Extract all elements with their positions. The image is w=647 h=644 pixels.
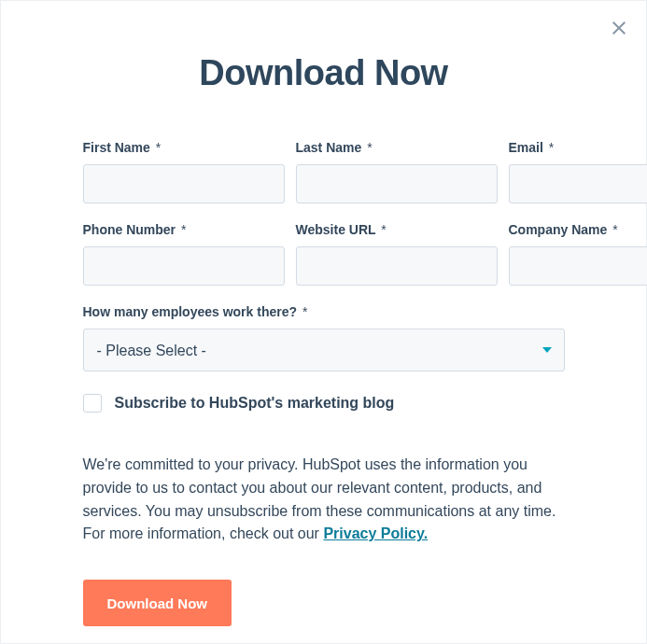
modal-title: Download Now <box>1 53 646 93</box>
required-asterisk: * <box>156 140 161 155</box>
phone-label: Phone Number * <box>83 222 285 237</box>
last-name-label: Last Name * <box>296 140 498 155</box>
employees-label: How many employees work there? * <box>83 304 565 319</box>
download-modal: Download Now First Name * Last Name * Em… <box>0 0 647 644</box>
required-asterisk: * <box>612 222 617 237</box>
download-form: First Name * Last Name * Email * <box>83 140 565 626</box>
privacy-policy-link[interactable]: Privacy Policy. <box>323 525 428 541</box>
email-label-text: Email <box>509 140 543 155</box>
website-input[interactable] <box>296 246 498 286</box>
employees-select[interactable]: - Please Select - <box>83 329 565 371</box>
privacy-body: We're committed to your privacy. HubSpot… <box>83 456 556 541</box>
required-asterisk: * <box>367 140 372 155</box>
first-name-label: First Name * <box>83 140 285 155</box>
phone-input[interactable] <box>83 246 285 286</box>
first-name-input[interactable] <box>83 164 285 203</box>
company-input[interactable] <box>509 246 648 286</box>
privacy-text: We're committed to your privacy. HubSpot… <box>83 454 565 546</box>
email-label: Email * <box>509 140 648 155</box>
email-input[interactable] <box>509 164 648 203</box>
submit-button[interactable]: Download Now <box>83 580 232 626</box>
last-name-input[interactable] <box>296 164 498 203</box>
required-asterisk: * <box>181 222 186 237</box>
phone-label-text: Phone Number <box>83 222 176 237</box>
company-label: Company Name * <box>509 222 648 237</box>
last-name-label-text: Last Name <box>296 140 362 155</box>
website-label-text: Website URL <box>296 222 376 237</box>
close-icon[interactable] <box>609 18 629 38</box>
subscribe-label: Subscribe to HubSpot's marketing blog <box>115 395 395 412</box>
required-asterisk: * <box>549 140 554 155</box>
required-asterisk: * <box>381 222 386 237</box>
first-name-label-text: First Name <box>83 140 150 155</box>
company-label-text: Company Name <box>509 222 608 237</box>
required-asterisk: * <box>302 304 307 319</box>
subscribe-checkbox[interactable] <box>83 394 102 413</box>
website-label: Website URL * <box>296 222 498 237</box>
employees-label-text: How many employees work there? <box>83 304 298 319</box>
